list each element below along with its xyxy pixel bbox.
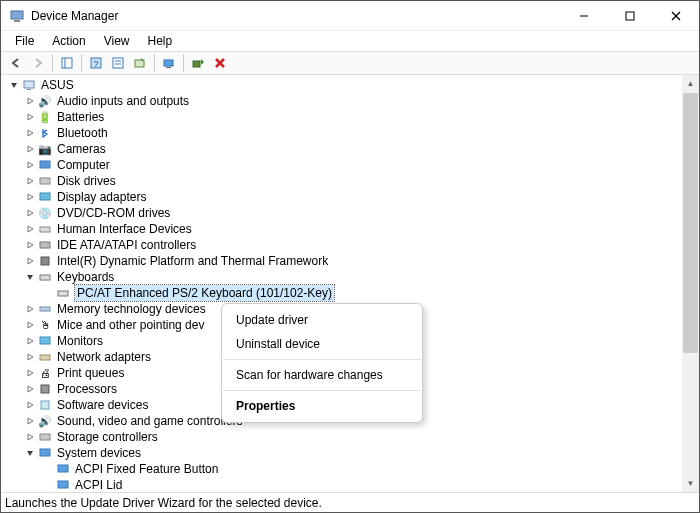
tree-item-keyboard-selected[interactable]: PC/AT Enhanced PS/2 Keyboard (101/102-Ke… — [5, 285, 699, 301]
expander-expand-icon[interactable] — [23, 302, 37, 316]
back-button[interactable] — [5, 52, 27, 74]
menu-file[interactable]: File — [7, 32, 42, 50]
toolbar: ? — [1, 51, 699, 75]
forward-button[interactable] — [27, 52, 49, 74]
scroll-up-icon[interactable]: ▲ — [682, 75, 699, 92]
expander-expand-icon[interactable] — [23, 206, 37, 220]
tree-item-bluetooth[interactable]: Bluetooth — [5, 125, 699, 141]
expander-expand-icon[interactable] — [23, 174, 37, 188]
tree-item-hid[interactable]: Human Interface Devices — [5, 221, 699, 237]
uninstall-device-button[interactable] — [209, 52, 231, 74]
update-driver-button[interactable] — [129, 52, 151, 74]
expander-expand-icon[interactable] — [23, 126, 37, 140]
minimize-button[interactable] — [561, 1, 607, 30]
device-manager-window: Device Manager File Action View Help ? — [0, 0, 700, 513]
expander-expand-icon[interactable] — [23, 238, 37, 252]
tree-item-acpi-button[interactable]: ACPI Fixed Feature Button — [5, 461, 699, 477]
ctx-update-driver[interactable]: Update driver — [222, 308, 422, 332]
svg-rect-19 — [24, 81, 34, 88]
expander-expand-icon[interactable] — [23, 334, 37, 348]
maximize-button[interactable] — [607, 1, 653, 30]
svg-rect-24 — [40, 227, 50, 232]
svg-rect-3 — [626, 12, 634, 20]
tree-item-audio[interactable]: 🔊 Audio inputs and outputs — [5, 93, 699, 109]
expander-expand-icon[interactable] — [23, 350, 37, 364]
vertical-scrollbar[interactable]: ▲ ▼ — [682, 75, 699, 492]
expander-expand-icon[interactable] — [23, 318, 37, 332]
ctx-separator — [223, 359, 421, 360]
tree-label: DVD/CD-ROM drives — [57, 205, 170, 221]
svg-text:?: ? — [93, 59, 98, 69]
svg-rect-35 — [40, 434, 50, 440]
expander-expand-icon[interactable] — [23, 222, 37, 236]
computer-icon — [21, 77, 37, 93]
tree-item-storage[interactable]: Storage controllers — [5, 429, 699, 445]
help-button[interactable]: ? — [85, 52, 107, 74]
expander-collapse-icon[interactable] — [23, 270, 37, 284]
enable-device-button[interactable] — [187, 52, 209, 74]
expander-expand-icon[interactable] — [23, 398, 37, 412]
tree-item-disk[interactable]: Disk drives — [5, 173, 699, 189]
camera-icon: 📷 — [37, 141, 53, 157]
svg-rect-34 — [41, 401, 49, 409]
device-tree[interactable]: ASUS 🔊 Audio inputs and outputs 🔋 Batter… — [1, 75, 699, 492]
tree-item-display[interactable]: Display adapters — [5, 189, 699, 205]
svg-rect-20 — [27, 89, 31, 90]
svg-rect-22 — [40, 178, 50, 184]
svg-rect-14 — [164, 60, 173, 66]
expander-expand-icon[interactable] — [23, 94, 37, 108]
tree-item-computer[interactable]: Computer — [5, 157, 699, 173]
expander-collapse-icon[interactable] — [23, 446, 37, 460]
tree-item-keyboards[interactable]: Keyboards — [5, 269, 699, 285]
expander-expand-icon[interactable] — [23, 158, 37, 172]
tree-label: Print queues — [57, 365, 124, 381]
scan-hardware-button[interactable] — [158, 52, 180, 74]
controller-icon — [37, 237, 53, 253]
expander-expand-icon[interactable] — [23, 254, 37, 268]
tree-selected-label: PC/AT Enhanced PS/2 Keyboard (101/102-Ke… — [75, 285, 334, 301]
tree-label: IDE ATA/ATAPI controllers — [57, 237, 196, 253]
tree-item-dvd[interactable]: 💿 DVD/CD-ROM drives — [5, 205, 699, 221]
svg-rect-26 — [41, 257, 49, 265]
tree-label: Computer — [57, 157, 110, 173]
tree-item-ide[interactable]: IDE ATA/ATAPI controllers — [5, 237, 699, 253]
expander-expand-icon[interactable] — [23, 110, 37, 124]
expander-expand-icon[interactable] — [23, 382, 37, 396]
mouse-icon: 🖱 — [37, 317, 53, 333]
ctx-uninstall-device[interactable]: Uninstall device — [222, 332, 422, 356]
expander-expand-icon[interactable] — [23, 366, 37, 380]
ctx-scan-hardware[interactable]: Scan for hardware changes — [222, 363, 422, 387]
system-device-icon — [55, 477, 71, 492]
tree-item-cameras[interactable]: 📷 Cameras — [5, 141, 699, 157]
expander-collapse-icon[interactable] — [7, 78, 21, 92]
hid-icon — [37, 221, 53, 237]
keyboard-icon — [37, 269, 53, 285]
close-button[interactable] — [653, 1, 699, 30]
computer-icon — [37, 157, 53, 173]
expander-expand-icon[interactable] — [23, 190, 37, 204]
svg-rect-13 — [135, 60, 144, 67]
display-icon — [37, 189, 53, 205]
expander-expand-icon[interactable] — [23, 414, 37, 428]
menu-view[interactable]: View — [96, 32, 138, 50]
scroll-thumb[interactable] — [683, 93, 698, 353]
expander-expand-icon[interactable] — [23, 430, 37, 444]
tree-label: System devices — [57, 445, 141, 461]
scroll-down-icon[interactable]: ▼ — [682, 475, 699, 492]
svg-rect-0 — [11, 11, 23, 19]
bluetooth-icon — [37, 125, 53, 141]
properties-button[interactable] — [107, 52, 129, 74]
menu-action[interactable]: Action — [44, 32, 93, 50]
tree-item-intel[interactable]: Intel(R) Dynamic Platform and Thermal Fr… — [5, 253, 699, 269]
ctx-properties[interactable]: Properties — [222, 394, 422, 418]
tree-item-acpi-lid[interactable]: ACPI Lid — [5, 477, 699, 492]
titlebar: Device Manager — [1, 1, 699, 31]
menu-help[interactable]: Help — [140, 32, 181, 50]
tree-root[interactable]: ASUS — [5, 77, 699, 93]
tree-item-batteries[interactable]: 🔋 Batteries — [5, 109, 699, 125]
show-hide-tree-button[interactable] — [56, 52, 78, 74]
tree-label: Bluetooth — [57, 125, 108, 141]
expander-expand-icon[interactable] — [23, 142, 37, 156]
tree-item-system[interactable]: System devices — [5, 445, 699, 461]
svg-rect-38 — [58, 481, 68, 488]
